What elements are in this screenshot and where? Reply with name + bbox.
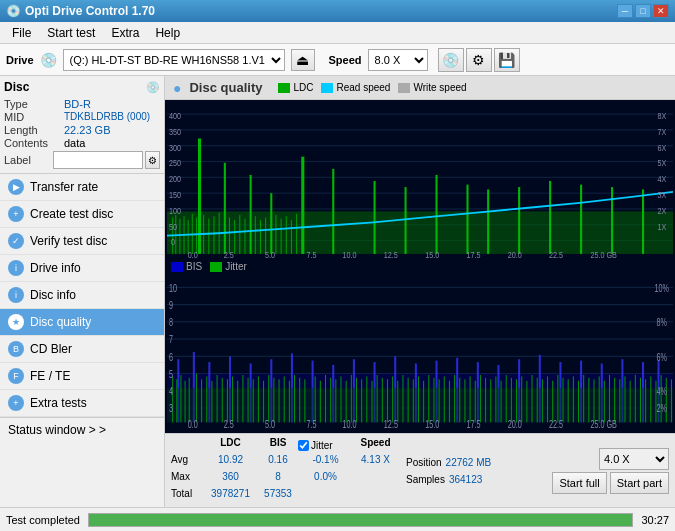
disc-icon-button[interactable]: 💿 bbox=[438, 48, 464, 72]
svg-rect-141 bbox=[315, 376, 316, 422]
sidebar-item-verify-test-disc[interactable]: ✓ Verify test disc bbox=[0, 228, 164, 255]
save-button[interactable]: 💾 bbox=[494, 48, 520, 72]
svg-rect-41 bbox=[244, 219, 245, 254]
svg-text:3: 3 bbox=[169, 403, 173, 414]
disc-length-row: Length 22.23 GB bbox=[4, 124, 160, 136]
menu-help[interactable]: Help bbox=[147, 22, 188, 43]
avg-bis: 0.16 bbox=[258, 454, 298, 470]
svg-rect-181 bbox=[521, 376, 522, 422]
type-label: Type bbox=[4, 98, 64, 110]
max-label: Max bbox=[171, 471, 203, 487]
sidebar-item-cd-bler[interactable]: B CD Bler bbox=[0, 336, 164, 363]
svg-rect-42 bbox=[255, 216, 256, 254]
status-window-item[interactable]: Status window > > bbox=[0, 417, 164, 442]
svg-rect-128 bbox=[242, 375, 243, 422]
titlebar: 💿 Opti Drive Control 1.70 ─ □ ✕ bbox=[0, 0, 675, 22]
settings-icon-button[interactable]: ⚙ bbox=[466, 48, 492, 72]
speed-label: Speed bbox=[329, 54, 362, 66]
svg-rect-114 bbox=[172, 376, 173, 422]
disc-info-icon: i bbox=[8, 287, 24, 303]
chart-title-icon: ● bbox=[173, 80, 181, 96]
sidebar-item-transfer-rate[interactable]: ▶ Transfer rate bbox=[0, 174, 164, 201]
stats-row: Avg Max Total LDC 10.92 360 3978271 BIS bbox=[171, 437, 669, 504]
svg-rect-157 bbox=[397, 381, 398, 423]
svg-rect-16 bbox=[332, 169, 334, 254]
read-speed-label: Read speed bbox=[336, 82, 390, 93]
menu-start-test[interactable]: Start test bbox=[39, 22, 103, 43]
svg-rect-150 bbox=[361, 379, 362, 422]
sidebar-item-extra-tests[interactable]: + Extra tests bbox=[0, 390, 164, 417]
svg-text:6: 6 bbox=[169, 351, 173, 362]
max-ldc: 360 bbox=[203, 471, 258, 487]
svg-rect-115 bbox=[176, 379, 177, 422]
svg-text:2.5: 2.5 bbox=[224, 419, 234, 430]
svg-rect-123 bbox=[217, 375, 218, 422]
svg-rect-124 bbox=[222, 378, 223, 423]
label-settings-button[interactable]: ⚙ bbox=[145, 151, 160, 169]
svg-rect-210 bbox=[671, 379, 672, 422]
svg-text:9: 9 bbox=[169, 300, 173, 311]
sidebar-item-drive-info[interactable]: i Drive info bbox=[0, 255, 164, 282]
svg-rect-189 bbox=[563, 378, 564, 423]
avg-label: Avg bbox=[171, 454, 203, 470]
svg-rect-40 bbox=[239, 215, 240, 254]
svg-rect-169 bbox=[459, 378, 460, 423]
avg-speed: 4.13 X bbox=[353, 454, 398, 470]
svg-rect-206 bbox=[650, 376, 651, 422]
svg-rect-168 bbox=[454, 375, 455, 422]
svg-rect-132 bbox=[263, 381, 264, 423]
label-input[interactable] bbox=[53, 151, 143, 169]
sidebar-item-label-disc-info: Disc info bbox=[30, 288, 76, 302]
disc-label-row: Label ⚙ bbox=[4, 151, 160, 169]
svg-rect-140 bbox=[304, 379, 305, 422]
svg-text:2X: 2X bbox=[658, 206, 668, 216]
sidebar-item-fe-te[interactable]: F FE / TE bbox=[0, 363, 164, 390]
write-speed-label: Write speed bbox=[413, 82, 466, 93]
menu-extra[interactable]: Extra bbox=[103, 22, 147, 43]
sidebar-item-disc-quality[interactable]: ★ Disc quality bbox=[0, 309, 164, 336]
speed-select[interactable]: 8.0 X bbox=[368, 49, 428, 71]
svg-rect-196 bbox=[599, 376, 600, 422]
svg-text:8: 8 bbox=[169, 317, 173, 328]
svg-text:150: 150 bbox=[169, 190, 182, 200]
jitter-check-label: Jitter bbox=[311, 440, 333, 451]
svg-rect-144 bbox=[330, 378, 331, 423]
start-full-button[interactable]: Start full bbox=[552, 472, 606, 494]
eject-button[interactable]: ⏏ bbox=[291, 49, 315, 71]
chart-header: ● Disc quality LDC Read speed Write spee… bbox=[165, 76, 675, 100]
svg-text:300: 300 bbox=[169, 143, 182, 153]
close-button[interactable]: ✕ bbox=[653, 4, 669, 18]
svg-rect-135 bbox=[279, 379, 280, 422]
svg-rect-191 bbox=[573, 376, 574, 422]
test-speed-select[interactable]: 4.0 X bbox=[599, 448, 669, 470]
sidebar-item-disc-info[interactable]: i Disc info bbox=[0, 282, 164, 309]
drive-toolbar: Drive 💿 (Q:) HL-DT-ST BD-RE WH16NS58 1.V… bbox=[0, 44, 675, 76]
svg-rect-162 bbox=[423, 381, 424, 423]
start-part-button[interactable]: Start part bbox=[610, 472, 669, 494]
drive-select[interactable]: (Q:) HL-DT-ST BD-RE WH16NS58 1.V1 bbox=[63, 49, 285, 71]
svg-rect-44 bbox=[265, 217, 266, 253]
bis-header: BIS bbox=[258, 437, 298, 453]
jitter-checkbox[interactable] bbox=[298, 440, 309, 451]
svg-rect-202 bbox=[630, 381, 631, 423]
svg-rect-183 bbox=[532, 375, 533, 422]
svg-rect-143 bbox=[325, 375, 326, 422]
content-area: Disc 💿 Type BD-R MID TDKBLDRBB (000) Len… bbox=[0, 76, 675, 507]
cd-bler-icon: B bbox=[8, 341, 24, 357]
length-label: Length bbox=[4, 124, 64, 136]
transfer-rate-icon: ▶ bbox=[8, 179, 24, 195]
extra-tests-icon: + bbox=[8, 395, 24, 411]
svg-rect-205 bbox=[645, 379, 646, 422]
menu-file[interactable]: File bbox=[4, 22, 39, 43]
sidebar-item-label-fe-te: FE / TE bbox=[30, 369, 70, 383]
svg-rect-116 bbox=[180, 375, 181, 422]
svg-rect-129 bbox=[248, 378, 249, 423]
svg-text:100: 100 bbox=[169, 206, 182, 216]
sidebar-nav: ▶ Transfer rate + Create test disc ✓ Ver… bbox=[0, 174, 164, 507]
maximize-button[interactable]: □ bbox=[635, 4, 651, 18]
svg-rect-155 bbox=[387, 379, 388, 422]
sidebar-item-create-test-disc[interactable]: + Create test disc bbox=[0, 201, 164, 228]
minimize-button[interactable]: ─ bbox=[617, 4, 633, 18]
status-text: Test completed bbox=[6, 514, 80, 526]
app-icon: 💿 bbox=[6, 4, 21, 18]
